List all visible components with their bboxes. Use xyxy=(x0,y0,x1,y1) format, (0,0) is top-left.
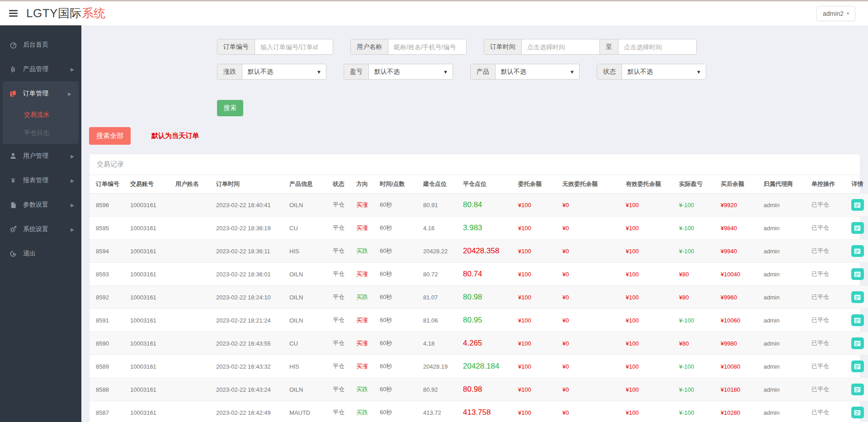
cell-status: 平仓 xyxy=(330,332,354,355)
cell-balance-after: ¥10080 xyxy=(718,355,761,378)
cell-status: 平仓 xyxy=(330,401,354,422)
col-order-time: 订单时间 xyxy=(213,175,287,194)
detail-button[interactable] xyxy=(851,222,864,234)
cell-agent: admin xyxy=(761,401,809,422)
cell-control-status: 已平仓 xyxy=(809,332,845,355)
cell-user-name xyxy=(173,401,213,422)
cell-open-point: 81.06 xyxy=(420,309,460,332)
detail-button[interactable] xyxy=(851,384,864,395)
cell-account: 10003161 xyxy=(127,309,173,332)
main-content: 订单编号 用户名称 订单时间 至 涨跌 默认不选 ▼ 盈亏 默认不选 ▼ xyxy=(81,25,868,422)
sidebar-item-label: 后台首页 xyxy=(23,41,48,49)
col-duration: 时间/点数 xyxy=(377,175,420,194)
cell-actual-profit: ¥-100 xyxy=(676,355,718,378)
col-close-point: 平仓点位 xyxy=(460,175,515,194)
hamburger-menu-icon[interactable] xyxy=(0,1,26,25)
trade-table: 订单编号交易账号用户姓名订单时间产品信息状态方向时间/点数建仓点位平仓点位委托余… xyxy=(90,175,868,422)
app-logo: LGTY国际系统 xyxy=(26,5,106,21)
cell-close-point: 4.265 xyxy=(460,332,515,355)
sidebar-item-orders[interactable]: 订单管理 ▶ xyxy=(3,81,79,106)
cell-close-point: 80.95 xyxy=(460,309,515,332)
cell-user-name xyxy=(173,240,213,263)
updown-select-value: 默认不选 xyxy=(242,68,278,76)
table-row: 8596100031612023-02-22 18:40:41OILN平仓买涨6… xyxy=(90,194,868,217)
cell-order-time: 2023-02-22 18:36:01 xyxy=(213,263,287,286)
cell-balance-after: ¥10060 xyxy=(718,309,761,332)
detail-button[interactable] xyxy=(851,245,864,257)
search-button[interactable]: 搜索 xyxy=(217,100,243,116)
cell-order-time: 2023-02-22 18:36:11 xyxy=(213,240,287,263)
cell-product: OILN xyxy=(287,378,330,401)
cell-duration: 60秒 xyxy=(377,240,420,263)
cell-entrust-balance: ¥100 xyxy=(515,263,560,286)
table-row: 8590100031612023-02-22 16:43:55CU平仓买涨60秒… xyxy=(90,332,868,355)
col-open-point: 建仓点位 xyxy=(420,175,460,194)
cell-order-time: 2023-02-22 18:36:19 xyxy=(213,217,287,240)
cell-account: 10003161 xyxy=(127,286,173,309)
sidebar-item-system[interactable]: 系统设置 ▶ xyxy=(0,217,81,242)
sidebar-item-users[interactable]: 用户管理 ▶ xyxy=(0,144,81,168)
table-header: 订单编号交易账号用户姓名订单时间产品信息状态方向时间/点数建仓点位平仓点位委托余… xyxy=(90,175,868,194)
profit-select-value: 默认不选 xyxy=(369,68,405,76)
user-name-filter: 用户名称 xyxy=(350,39,467,55)
status-select[interactable]: 默认不选 ▼ xyxy=(622,64,706,79)
cell-invalid-entrust-balance: ¥0 xyxy=(560,217,623,240)
user-name-input[interactable] xyxy=(388,39,466,54)
cell-duration: 60秒 xyxy=(377,194,420,217)
table-row: 8593100031612023-02-22 18:36:01OILN平仓买涨6… xyxy=(90,263,868,286)
sidebar-item-products[interactable]: B 产品管理 ▶ xyxy=(0,57,81,81)
cell-order-no: 8592 xyxy=(90,286,127,309)
detail-button[interactable] xyxy=(851,314,864,326)
sidebar-item-params[interactable]: 参数设置 ▶ xyxy=(0,193,81,217)
cell-actual-profit: ¥-100 xyxy=(676,194,718,217)
cell-open-point: 4.18 xyxy=(420,332,460,355)
cell-order-no: 8595 xyxy=(90,217,127,240)
order-time-from-input[interactable] xyxy=(522,39,599,54)
cell-open-point: 20428.19 xyxy=(420,355,460,378)
cell-duration: 60秒 xyxy=(377,401,420,422)
order-time-to-input[interactable] xyxy=(618,39,696,54)
cell-product: OILN xyxy=(287,309,330,332)
cell-user-name xyxy=(173,286,213,309)
sidebar-item-label: 订单管理 xyxy=(23,90,48,98)
cell-open-point: 81.07 xyxy=(420,286,460,309)
cell-entrust-balance: ¥100 xyxy=(515,194,560,217)
cell-actual-profit: ¥80 xyxy=(676,263,718,286)
cell-duration: 60秒 xyxy=(377,378,420,401)
cell-detail xyxy=(845,332,868,355)
sidebar-item-dashboard[interactable]: 后台首页 xyxy=(0,33,81,57)
cell-control-status: 已平仓 xyxy=(809,355,845,378)
cell-actual-profit: ¥-100 xyxy=(676,240,718,263)
sidebar-item-label: 参数设置 xyxy=(23,201,48,209)
detail-button[interactable] xyxy=(851,407,864,418)
product-select[interactable]: 默认不选 ▼ xyxy=(495,64,579,79)
cell-valid-entrust-balance: ¥100 xyxy=(623,309,676,332)
profit-select[interactable]: 默认不选 ▼ xyxy=(369,64,453,79)
updown-label: 涨跌 xyxy=(217,64,242,79)
cell-invalid-entrust-balance: ¥0 xyxy=(560,355,623,378)
sidebar-item-label: 产品管理 xyxy=(23,65,48,73)
detail-button[interactable] xyxy=(851,360,864,372)
cell-product: OILN xyxy=(287,286,330,309)
cell-status: 平仓 xyxy=(330,286,354,309)
sidebar-item-logout[interactable]: 退出 xyxy=(0,242,81,266)
sidebar-item-reports[interactable]: ¥ 报表管理 ▶ xyxy=(0,168,81,193)
table-row: 8589100031612023-02-22 16:43:32HIS平仓买涨60… xyxy=(90,355,868,378)
cell-product: HIS xyxy=(287,355,330,378)
detail-button[interactable] xyxy=(851,268,864,280)
chevron-down-icon: ▾ xyxy=(847,11,849,16)
user-dropdown[interactable]: admin2 ▾ xyxy=(816,6,855,21)
user-name-label: 用户名称 xyxy=(351,39,388,54)
detail-button[interactable] xyxy=(851,337,864,349)
detail-button[interactable] xyxy=(851,291,864,303)
orders-icon xyxy=(9,90,17,97)
updown-select[interactable]: 默认不选 ▼ xyxy=(242,64,326,79)
cell-direction: 买涨 xyxy=(354,194,377,217)
search-all-button[interactable]: 搜索全部 xyxy=(89,127,131,145)
sidebar-subitem-trade-flow[interactable]: 交易流水 xyxy=(3,106,79,124)
order-no-input[interactable] xyxy=(255,39,333,54)
cell-direction: 买跌 xyxy=(354,401,377,422)
cell-account: 10003161 xyxy=(127,355,173,378)
detail-button[interactable] xyxy=(851,199,864,211)
sidebar-subitem-close-log[interactable]: 平仓日志 xyxy=(3,124,79,142)
